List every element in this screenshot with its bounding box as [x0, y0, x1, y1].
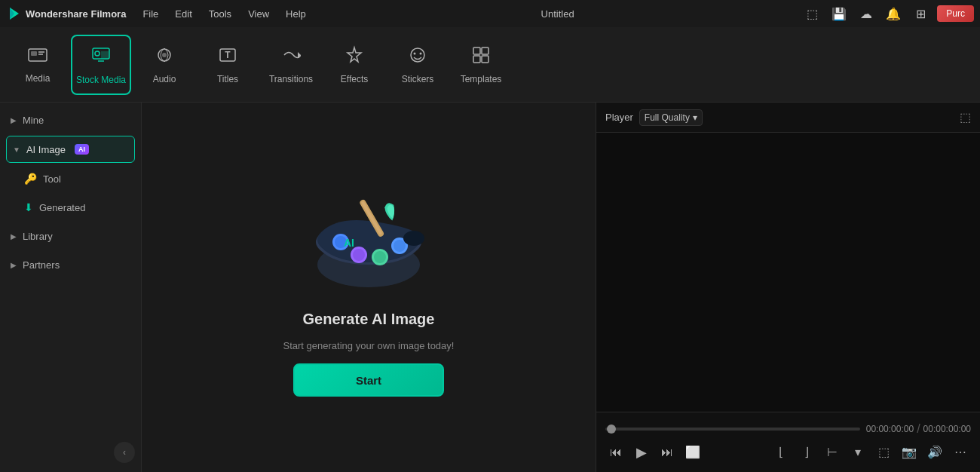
tab-stickers-label: Stickers	[402, 74, 434, 84]
time-separator: /	[917, 422, 920, 436]
playback-controls: ⏮ ▶ ⏭ ⬜	[605, 442, 703, 463]
save-icon[interactable]: 💾	[828, 3, 850, 24]
player-viewport	[596, 133, 980, 412]
key-icon: 🔑	[24, 173, 37, 185]
tab-titles[interactable]: T Titles	[198, 35, 258, 95]
stock-media-icon	[90, 44, 112, 70]
svg-marker-8	[101, 51, 109, 59]
tab-audio[interactable]: Audio	[134, 35, 194, 95]
progress-thumb	[607, 424, 616, 434]
download-icon: ⬇	[24, 201, 33, 213]
snapshot-button[interactable]: 📷	[899, 442, 920, 463]
sidebar-mine-label: Mine	[23, 115, 44, 126]
chevron-down-icon: ▼	[13, 146, 20, 154]
chevron-right-icon-3: ▶	[11, 261, 17, 269]
tab-effects[interactable]: Effects	[324, 35, 384, 95]
fullscreen-button[interactable]: ⬜	[682, 442, 703, 463]
cloud-icon[interactable]: ☁	[856, 3, 877, 24]
menu-edit[interactable]: Edit	[167, 7, 199, 21]
quality-value: Full Quality	[645, 112, 690, 123]
stickers-icon	[408, 45, 427, 69]
sidebar-item-partners[interactable]: ▶ Partners	[0, 250, 141, 279]
tab-media[interactable]: Media	[8, 35, 68, 95]
tab-stock-media-label: Stock Media	[76, 75, 126, 85]
svg-rect-18	[473, 48, 480, 54]
menu-view[interactable]: View	[240, 7, 277, 21]
app-logo	[6, 5, 23, 22]
media-icon	[27, 46, 48, 69]
time-current: 00:00:00:00	[866, 424, 914, 434]
tab-transitions[interactable]: Transitions	[261, 35, 321, 95]
window-title: Untitled	[541, 8, 574, 20]
titlebar-right: ⬚ 💾 ☁ 🔔 ⊞ Purc	[801, 3, 974, 24]
svg-rect-21	[482, 56, 488, 63]
tab-stickers[interactable]: Stickers	[387, 35, 448, 95]
layout-icon[interactable]: ⊞	[910, 3, 931, 24]
audio-icon	[155, 45, 174, 69]
sidebar-library-label: Library	[23, 231, 53, 242]
progress-track[interactable]	[605, 428, 860, 431]
app-name: Wondershare Filmora	[26, 8, 126, 20]
start-button[interactable]: Start	[293, 363, 444, 397]
svg-point-31	[403, 231, 424, 246]
skip-back-button[interactable]: ⏮	[605, 442, 626, 463]
sidebar-partners-label: Partners	[23, 259, 60, 271]
purchase-button[interactable]: Purc	[937, 5, 974, 22]
bell-icon[interactable]: 🔔	[883, 3, 904, 24]
sidebar-tool-label: Tool	[43, 173, 61, 185]
mark-out-button[interactable]: ⌋	[796, 442, 817, 463]
mark-in-button[interactable]: ⌊	[770, 442, 792, 463]
player-expand-icon[interactable]: ⬚	[960, 110, 971, 124]
sidebar-collapse-button[interactable]: ‹	[114, 442, 135, 463]
time-total: 00:00:00:00	[923, 424, 971, 434]
monitor-icon[interactable]: ⬚	[801, 3, 822, 24]
player-controls: 00:00:00:00 / 00:00:00:00 ⏮ ▶ ⏭ ⬜ ⌊	[596, 412, 980, 472]
quality-select[interactable]: Full Quality ▾	[639, 109, 703, 126]
player-panel: Player Full Quality ▾ ⬚ 00:00:00:00 /	[596, 103, 980, 472]
skip-forward-button[interactable]: ⏭	[657, 442, 678, 463]
sidebar-item-generated[interactable]: ⬇ Generated	[0, 193, 141, 222]
main-content: Media Stock Media	[0, 27, 980, 472]
toolbar: Media Stock Media	[0, 27, 980, 103]
tab-effects-label: Effects	[341, 74, 368, 84]
svg-point-26	[353, 249, 365, 261]
svg-point-16	[414, 52, 416, 54]
templates-icon	[471, 45, 491, 69]
sidebar-item-ai-image[interactable]: ▼ AI Image AI	[6, 136, 135, 163]
svg-text:T: T	[225, 50, 231, 60]
titles-icon: T	[218, 45, 237, 69]
sidebar-item-tool[interactable]: 🔑 Tool	[0, 164, 141, 193]
svg-point-28	[374, 251, 386, 263]
sidebar-item-library[interactable]: ▶ Library	[0, 222, 141, 250]
tab-stock-media[interactable]: Stock Media	[71, 35, 131, 95]
menu-tools[interactable]: Tools	[201, 7, 239, 21]
more-button[interactable]: ⋯	[950, 442, 971, 463]
generate-subtitle: Start generating your own image today!	[283, 340, 455, 351]
sidebar-item-mine[interactable]: ▶ Mine	[0, 106, 141, 134]
titlebar-left: Wondershare Filmora File Edit Tools View…	[6, 5, 314, 22]
play-button[interactable]: ▶	[631, 442, 652, 463]
player-header: Player Full Quality ▾ ⬚	[596, 103, 980, 133]
trim-chevron-icon[interactable]: ▾	[847, 442, 868, 463]
trim-button[interactable]: ⊢	[822, 442, 843, 463]
volume-button[interactable]: 🔊	[924, 442, 945, 463]
tab-templates[interactable]: Templates	[451, 35, 511, 95]
chevron-right-icon: ▶	[11, 116, 17, 124]
svg-rect-19	[482, 48, 488, 54]
extra-controls: ⌊ ⌋ ⊢ ▾ ⬚ 📷 🔊 ⋯	[770, 442, 971, 463]
tab-media-label: Media	[26, 73, 51, 84]
transitions-icon	[281, 45, 301, 69]
player-progress: 00:00:00:00 / 00:00:00:00	[605, 422, 971, 436]
tab-audio-label: Audio	[153, 74, 176, 84]
tab-transitions-label: Transitions	[269, 74, 313, 84]
content-area: ▶ Mine ▼ AI Image AI 🔑 Tool ⬇ Generated …	[0, 103, 980, 472]
svg-point-15	[411, 48, 424, 62]
effects-icon	[345, 45, 364, 69]
menu-file[interactable]: File	[135, 7, 166, 21]
svg-rect-20	[473, 56, 480, 63]
display-button[interactable]: ⬚	[873, 442, 894, 463]
menu-help[interactable]: Help	[278, 7, 314, 21]
main-panel: AI Generate AI Image Start generating yo…	[142, 103, 596, 472]
sidebar: ▶ Mine ▼ AI Image AI 🔑 Tool ⬇ Generated …	[0, 103, 142, 472]
ai-image-illustration: AI	[305, 178, 433, 299]
